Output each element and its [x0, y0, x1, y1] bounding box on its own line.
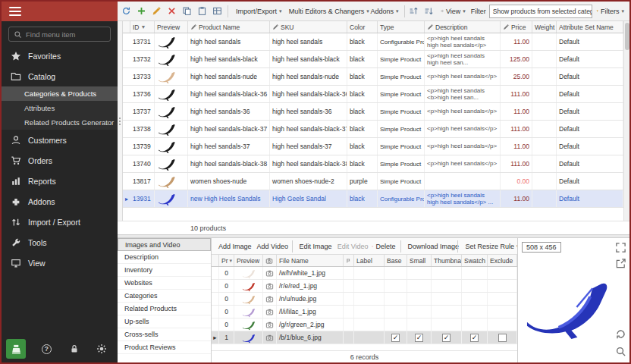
column-header-file_name[interactable]: File Name — [277, 255, 344, 266]
product-row[interactable]: 13738high heel sandals-black-37high heel… — [123, 121, 623, 138]
product-row[interactable]: 13817women shoes-nudewomen shoes-nude-2p… — [123, 173, 623, 190]
open-external-icon[interactable] — [615, 258, 626, 269]
help-button[interactable]: ? — [39, 342, 53, 356]
product-row[interactable]: ▸13931new High Heels SandalsHigh Geels S… — [123, 190, 623, 208]
copy-button[interactable] — [181, 4, 195, 19]
filters-menu[interactable]: Filters▾ — [593, 4, 627, 19]
grid-scrollbar[interactable] — [623, 21, 629, 221]
pos-button[interactable] — [6, 339, 26, 359]
add-video-button[interactable]: Add Video — [253, 240, 289, 253]
edit-image-button[interactable]: Edit Image — [296, 240, 332, 253]
rotate-icon[interactable] — [615, 328, 626, 340]
column-header-small[interactable]: Small — [407, 255, 432, 266]
add-product-button[interactable] — [135, 4, 149, 19]
lock-button[interactable] — [67, 342, 81, 356]
add-image-button[interactable]: Add Image — [215, 240, 252, 253]
paste-button[interactable] — [196, 4, 210, 19]
zoom-icon[interactable] — [615, 346, 626, 357]
refresh-button[interactable] — [120, 4, 134, 19]
image-row[interactable]: 0/n/u/nude.jpg — [212, 293, 517, 306]
tree-splitter[interactable] — [118, 21, 123, 221]
sidebar-item-view[interactable]: View — [2, 253, 118, 273]
thumbnail-checkbox[interactable]: ✓ — [442, 334, 450, 342]
tab-up-sells[interactable]: Up-sells — [118, 315, 211, 328]
base-checkbox[interactable]: ✓ — [391, 334, 400, 342]
cell-id: 13737 — [130, 103, 155, 120]
column-header-swatch[interactable]: Swatch — [462, 255, 488, 266]
view-menu[interactable]: View▾ — [438, 4, 469, 19]
tab-categories[interactable]: Categories — [118, 290, 211, 303]
sidebar-item-orders[interactable]: Orders — [2, 150, 118, 171]
product-row[interactable]: 13739high heel sandals-37high heel sanda… — [123, 138, 623, 155]
sidebar-item-customers[interactable]: Customers — [2, 130, 118, 150]
sidebar-item-addons[interactable]: Addons — [2, 191, 118, 212]
product-row[interactable]: 13736high heel sandals-black-36high heel… — [123, 86, 623, 103]
sort-desc-button[interactable] — [422, 4, 437, 19]
column-header-price[interactable]: Price — [501, 21, 532, 33]
column-header-label[interactable]: Label — [354, 255, 385, 266]
set-resize-rule-button[interactable]: Set Resize Rule▾ — [461, 240, 514, 253]
tab-cross-sells[interactable]: Cross-sells — [118, 328, 211, 341]
product-row[interactable]: 13733high heel sandals-nudehigh heel san… — [123, 68, 623, 86]
image-row[interactable]: 0/r/e/red_1.jpg — [212, 280, 517, 293]
delete-image-button[interactable]: Delete — [370, 240, 397, 253]
column-header-preview[interactable]: Preview — [155, 21, 188, 33]
column-header-color[interactable]: Color — [347, 21, 378, 33]
sidebar-item-tools[interactable]: Tools — [2, 232, 118, 253]
column-header-preview[interactable]: Preview — [234, 255, 263, 266]
image-row[interactable]: 0/w/h/white_1.jpg — [212, 267, 517, 280]
product-row[interactable]: 13737high heel sandals-36high heel sanda… — [123, 103, 623, 121]
image-row[interactable]: 0/l/i/lilac_1.jpg — [212, 306, 517, 318]
image-row[interactable]: 0/g/r/green_2.jpg — [212, 318, 517, 331]
sidebar-item-attributes[interactable]: Attributes — [2, 101, 118, 115]
tab-description[interactable]: Description — [118, 251, 211, 264]
product-row[interactable]: 13740high heel sandals-black-38high heel… — [123, 155, 623, 173]
settings-button[interactable] — [95, 342, 108, 356]
column-header-attribute_set[interactable]: Attribute Set Name — [557, 21, 623, 33]
import-export-menu[interactable]: Import/Export▾ — [231, 4, 283, 19]
column-header-description[interactable]: Description — [425, 21, 501, 33]
edit-product-button[interactable] — [150, 4, 165, 19]
expander-header[interactable] — [212, 255, 219, 266]
column-header-thumbnail[interactable]: Thumbna — [432, 255, 462, 266]
column-header-weight[interactable]: Weight — [532, 21, 557, 33]
sidebar-item-catalog[interactable]: Catalog — [2, 66, 118, 86]
addons-menu[interactable]: Addons▾ — [364, 4, 402, 19]
column-header-name[interactable]: Product Name — [188, 21, 270, 33]
sidebar-item-reports[interactable]: Reports — [2, 171, 118, 191]
flag-header[interactable] — [344, 255, 354, 266]
camera-header[interactable] — [263, 255, 277, 266]
sort-asc-button[interactable] — [407, 4, 422, 19]
product-row[interactable]: 13731high heel sandalshigh heel sandalsb… — [123, 33, 623, 51]
tab-product-reviews[interactable]: Product Reviews — [118, 341, 211, 354]
column-header-sku[interactable]: SKU — [270, 21, 347, 33]
category-filter-select[interactable]: Show products from selected categories▾ — [489, 5, 592, 18]
multi-editors-menu[interactable]: Multi Editors & Changers▾ — [284, 4, 363, 19]
fullscreen-icon[interactable] — [615, 242, 626, 253]
scrollbar-thumb[interactable] — [625, 23, 629, 50]
delete-product-button[interactable] — [165, 4, 180, 19]
column-header-id[interactable]: ID▼ — [130, 21, 155, 33]
sidebar-item-related-products-generator[interactable]: Related Products Generator — [2, 115, 118, 130]
sidebar-item-categories-products[interactable]: Categories & Products — [2, 86, 118, 101]
small-checkbox[interactable]: ✓ — [415, 334, 423, 342]
column-header-position[interactable]: Pr▾ — [219, 255, 234, 266]
sidebar-item-favorites[interactable]: Favorites — [2, 46, 118, 66]
column-header-exclude[interactable]: Exclude — [488, 255, 517, 266]
exclude-checkbox[interactable] — [498, 334, 507, 342]
download-image-button[interactable]: Download Image — [404, 240, 455, 253]
column-header-base[interactable]: Base — [385, 255, 407, 266]
product-row[interactable]: 13732high heel sandals-blackhigh heel sa… — [123, 51, 623, 68]
tab-websites[interactable]: Websites — [118, 277, 211, 290]
menu-search-input[interactable]: Find menu item — [8, 27, 111, 42]
sidebar-item-import-export[interactable]: Import / Export — [2, 212, 118, 232]
column-header-type[interactable]: Type — [378, 21, 425, 33]
tab-images-and-video[interactable]: Images and Video — [118, 238, 211, 251]
cell-exclude — [488, 306, 517, 318]
hamburger-menu-icon[interactable] — [9, 7, 21, 16]
columns-button[interactable] — [211, 4, 225, 19]
tab-related-products[interactable]: Related Products — [118, 303, 211, 315]
tab-inventory[interactable]: Inventory — [118, 264, 211, 277]
image-row[interactable]: ▸1/b/1/blue_6.jpg✓✓✓✓ — [212, 331, 517, 344]
swatch-checkbox[interactable]: ✓ — [470, 334, 479, 342]
